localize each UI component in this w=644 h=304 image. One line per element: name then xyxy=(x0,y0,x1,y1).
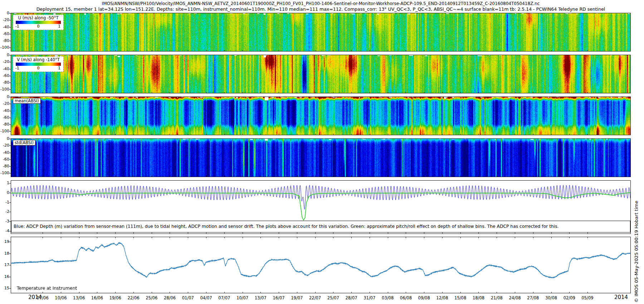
y-tick-mark xyxy=(9,111,11,111)
y-tick-label: -20 xyxy=(0,143,9,148)
x-tick-mark xyxy=(406,50,406,51)
x-tick-mark xyxy=(515,176,515,177)
x-tick-mark xyxy=(587,232,588,234)
x-tick-mark xyxy=(406,292,406,293)
y-tick-label: 0 xyxy=(0,191,9,195)
x-tick-mark xyxy=(115,92,116,93)
x-tick-mark xyxy=(351,232,352,234)
x-tick-mark xyxy=(460,92,461,93)
x-tick-mark xyxy=(170,232,170,234)
x-tick-mark xyxy=(115,237,116,238)
x-tick-mark xyxy=(442,176,443,177)
x-tick-mark xyxy=(333,50,333,51)
y-tick-mark xyxy=(9,89,11,90)
y-tick-label: -100 xyxy=(0,87,9,92)
x-tick-mark xyxy=(188,176,188,177)
x-tick-mark xyxy=(370,232,370,234)
x-tick-mark xyxy=(551,237,552,238)
x-tick-mark xyxy=(260,134,261,135)
x-axis-date-label: 27/08 xyxy=(527,295,539,300)
x-tick-mark xyxy=(551,232,552,234)
x-tick-mark xyxy=(569,92,570,93)
y-tick-mark xyxy=(9,242,11,242)
y-tick-label: -60 xyxy=(0,32,9,36)
y-tick-mark xyxy=(9,69,11,69)
colorbar-tick-label: -1 xyxy=(15,66,19,70)
x-tick-mark xyxy=(97,237,97,238)
x-tick-mark xyxy=(442,134,443,135)
x-axis-date-label: 02/09 xyxy=(564,295,575,300)
y-tick-label: 18 xyxy=(0,251,9,256)
x-tick-mark xyxy=(333,134,333,135)
x-tick-mark xyxy=(587,237,588,238)
x-axis-date-label: 04/07 xyxy=(200,295,212,300)
x-tick-mark xyxy=(460,50,461,51)
x-tick-mark xyxy=(188,237,188,238)
x-tick-mark xyxy=(61,92,61,93)
y-tick-label: -20 xyxy=(0,60,9,64)
y-tick-label: 15 xyxy=(0,286,9,290)
mean-absi-heatmap xyxy=(11,97,630,135)
x-tick-mark xyxy=(224,176,225,177)
panel-v-velocity: V (m/s) along -140°T -101 xyxy=(11,55,631,93)
x-tick-mark xyxy=(243,176,243,177)
x-tick-mark xyxy=(79,50,79,51)
x-tick-mark xyxy=(61,134,61,135)
x-tick-mark xyxy=(515,237,515,238)
x-tick-mark xyxy=(206,92,206,93)
x-tick-mark xyxy=(260,92,261,93)
x-tick-mark xyxy=(424,232,424,234)
x-axis-date-label: 30/08 xyxy=(545,295,557,300)
x-tick-mark xyxy=(260,292,261,293)
x-tick-mark xyxy=(61,232,61,234)
x-tick-mark xyxy=(260,176,261,177)
y-tick-label: -40 xyxy=(0,151,9,155)
x-tick-mark xyxy=(370,50,370,51)
x-tick-mark xyxy=(297,50,297,51)
std-absi-label: std(ABSI) xyxy=(13,140,35,146)
x-tick-mark xyxy=(351,292,352,293)
x-tick-mark xyxy=(406,232,406,234)
x-tick-mark xyxy=(478,134,479,135)
y-tick-label: -40 xyxy=(0,109,9,113)
x-tick-mark xyxy=(279,176,279,177)
x-axis-date-label: 22/06 xyxy=(127,295,139,300)
x-tick-mark xyxy=(152,92,152,93)
x-axis-date-label: 25/06 xyxy=(146,295,157,300)
x-tick-mark xyxy=(97,134,97,135)
y-tick-label: -1 xyxy=(0,200,9,205)
x-tick-mark xyxy=(551,292,552,293)
y-tick-mark xyxy=(9,212,11,212)
x-tick-mark xyxy=(97,232,97,234)
x-tick-mark xyxy=(297,92,297,93)
y-tick-label: -100 xyxy=(0,45,9,50)
x-tick-mark xyxy=(424,92,424,93)
imos-watermark: © IMOS 05-May-2025 05:00:19 Hobart time xyxy=(634,167,639,303)
y-tick-label: -100 xyxy=(0,129,9,133)
x-tick-mark xyxy=(442,232,443,234)
x-tick-mark xyxy=(133,292,134,293)
x-tick-mark xyxy=(79,92,79,93)
x-tick-mark xyxy=(370,237,370,238)
x-tick-mark xyxy=(115,50,116,51)
x-tick-mark xyxy=(388,50,388,51)
y-tick-mark xyxy=(9,13,11,14)
x-tick-mark xyxy=(279,237,279,238)
x-tick-mark xyxy=(351,176,352,177)
x-tick-mark xyxy=(533,176,533,177)
x-tick-mark xyxy=(515,134,515,135)
y-tick-label: -60 xyxy=(0,157,9,162)
x-tick-mark xyxy=(388,176,388,177)
x-tick-mark xyxy=(351,237,352,238)
x-tick-mark xyxy=(497,50,497,51)
x-tick-mark xyxy=(587,50,588,51)
x-axis-date-label: 10/07 xyxy=(236,295,248,300)
y-tick-mark xyxy=(9,62,11,62)
x-tick-mark xyxy=(315,50,316,51)
x-tick-mark xyxy=(224,134,225,135)
x-tick-mark xyxy=(388,237,388,238)
x-tick-mark xyxy=(61,176,61,177)
x-axis-date-label: 25/07 xyxy=(327,295,339,300)
x-axis-year-left: 2014 xyxy=(25,294,45,300)
x-tick-mark xyxy=(260,237,261,238)
